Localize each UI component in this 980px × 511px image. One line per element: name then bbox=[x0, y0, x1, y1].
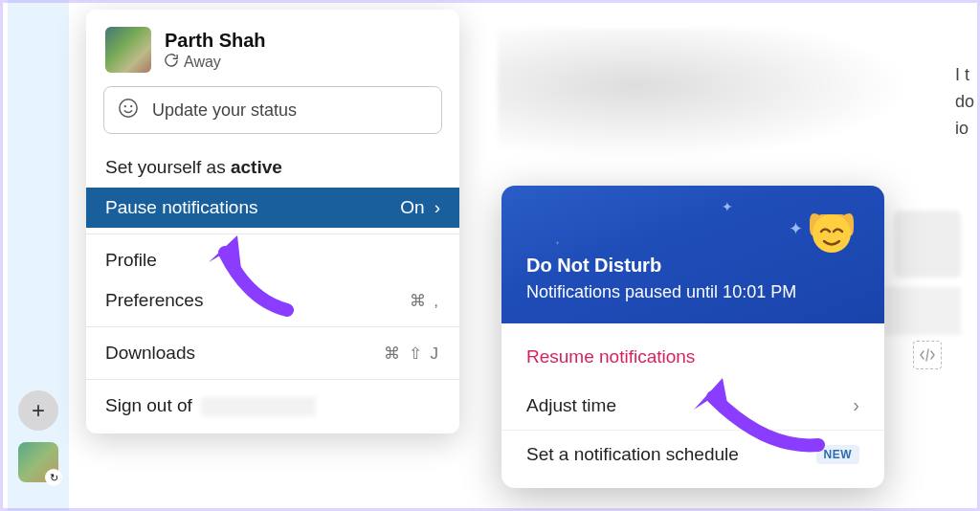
user-name: Parth Shah bbox=[165, 30, 266, 52]
downloads-item[interactable]: Downloads ⌘ ⇧ J bbox=[86, 333, 459, 373]
user-menu-popover: Parth Shah Away Update your status Set y… bbox=[86, 10, 459, 433]
adjust-time-item[interactable]: Adjust time › bbox=[501, 381, 884, 430]
dnd-body: Resume notifications Adjust time › Set a… bbox=[501, 323, 884, 488]
preferences-label: Preferences bbox=[105, 290, 203, 311]
workspace-name-blurred bbox=[201, 397, 316, 416]
chevron-right-icon: › bbox=[434, 197, 440, 218]
user-presence-line: Away bbox=[165, 54, 266, 71]
menu-separator bbox=[86, 233, 459, 234]
sparkle-icon: ✦ bbox=[722, 199, 733, 214]
svg-point-0 bbox=[120, 100, 137, 117]
menu-separator bbox=[86, 379, 459, 380]
dnd-subtitle: Notifications paused until 10:01 PM bbox=[526, 282, 859, 302]
preferences-item[interactable]: Preferences ⌘ , bbox=[86, 280, 459, 321]
set-active-prefix: Set yourself as bbox=[105, 157, 231, 177]
pause-notifications-item[interactable]: Pause notifications On › bbox=[86, 188, 459, 228]
sparkle-icon: ✦ bbox=[789, 218, 803, 239]
chevron-right-icon: › bbox=[853, 394, 859, 416]
status-input[interactable]: Update your status bbox=[103, 86, 442, 134]
user-avatar bbox=[105, 27, 151, 73]
adjust-time-label: Adjust time bbox=[526, 395, 616, 416]
svg-point-1 bbox=[124, 105, 126, 107]
menu-separator bbox=[86, 326, 459, 327]
presence-badge-icon: ↻ bbox=[45, 469, 62, 486]
sleeping-emoji-icon bbox=[804, 205, 859, 260]
new-badge: NEW bbox=[816, 445, 860, 464]
sign-out-prefix: Sign out of bbox=[105, 395, 192, 415]
set-active-item[interactable]: Set yourself as active bbox=[86, 147, 459, 188]
downloads-shortcut: ⌘ ⇧ J bbox=[384, 344, 440, 364]
sparkle-icon: ✦ bbox=[555, 239, 560, 246]
blurred-thumbnail bbox=[894, 211, 961, 278]
workspace-sidebar: + ↻ bbox=[8, 0, 69, 511]
blurred-block bbox=[884, 287, 961, 335]
preferences-shortcut: ⌘ , bbox=[410, 291, 440, 311]
profile-label: Profile bbox=[105, 250, 157, 271]
schedule-label: Set a notification schedule bbox=[526, 444, 739, 465]
resume-label: Resume notifications bbox=[526, 346, 695, 367]
blurred-message-area bbox=[498, 29, 957, 172]
downloads-label: Downloads bbox=[105, 343, 195, 364]
user-avatar-sidebar[interactable]: ↻ bbox=[18, 442, 58, 482]
smile-icon bbox=[118, 98, 139, 122]
status-placeholder: Update your status bbox=[152, 100, 297, 121]
svg-point-2 bbox=[130, 105, 132, 107]
code-icon[interactable] bbox=[913, 341, 942, 369]
notification-schedule-item[interactable]: Set a notification schedule NEW bbox=[501, 431, 884, 478]
refresh-icon bbox=[165, 54, 178, 71]
sign-out-item[interactable]: Sign out of bbox=[86, 386, 459, 426]
dnd-header: ✦ ✦ ✦ Do Not Disturb Notifications pause… bbox=[501, 186, 884, 323]
presence-text: Away bbox=[184, 54, 221, 71]
add-workspace-button[interactable]: + bbox=[18, 390, 58, 431]
pause-notifications-label: Pause notifications bbox=[105, 197, 258, 218]
dnd-popover: ✦ ✦ ✦ Do Not Disturb Notifications pause… bbox=[501, 186, 884, 488]
set-active-word: active bbox=[231, 157, 282, 177]
bg-truncated-text: I t do io bbox=[955, 61, 974, 142]
pause-state: On bbox=[400, 197, 424, 218]
user-menu-header: Parth Shah Away bbox=[86, 10, 459, 86]
svg-point-4 bbox=[813, 214, 851, 253]
resume-notifications-item[interactable]: Resume notifications bbox=[501, 333, 884, 381]
profile-item[interactable]: Profile bbox=[86, 240, 459, 280]
